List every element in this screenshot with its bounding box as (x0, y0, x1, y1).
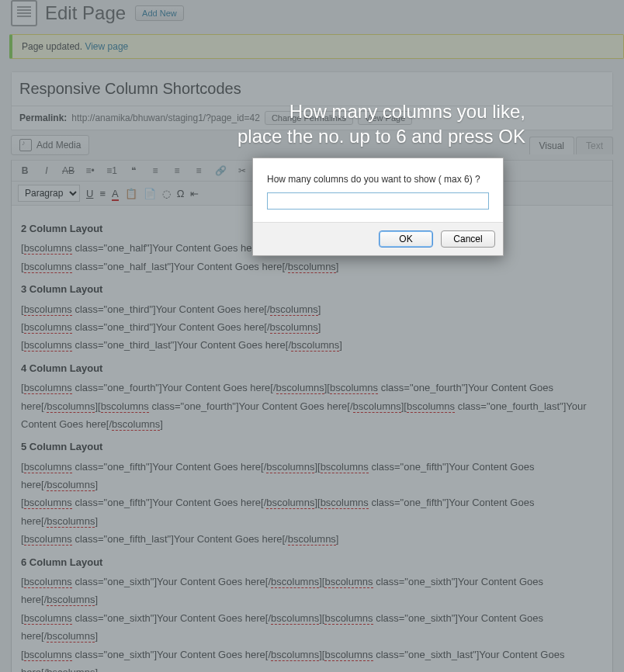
dialog-input[interactable] (267, 192, 489, 210)
dialog-question: How many columns do you want to show ( m… (267, 174, 489, 185)
ok-button[interactable]: OK (379, 230, 433, 248)
annotation-text: How many columns you like,place the no. … (237, 99, 525, 150)
prompt-dialog: How many columns do you want to show ( m… (252, 158, 504, 256)
cancel-button[interactable]: Cancel (441, 230, 495, 248)
